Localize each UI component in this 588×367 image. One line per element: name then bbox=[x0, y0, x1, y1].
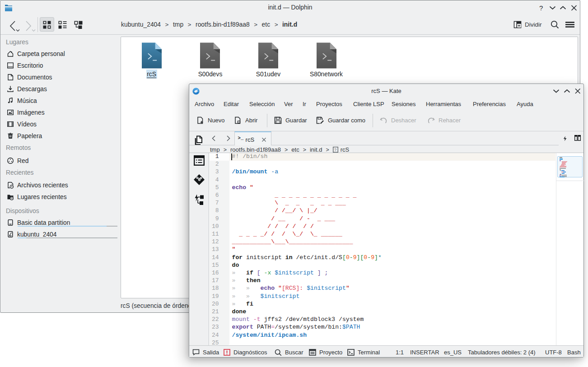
svg-text:?: ? bbox=[539, 4, 543, 12]
svg-text:?: ? bbox=[334, 148, 336, 152]
